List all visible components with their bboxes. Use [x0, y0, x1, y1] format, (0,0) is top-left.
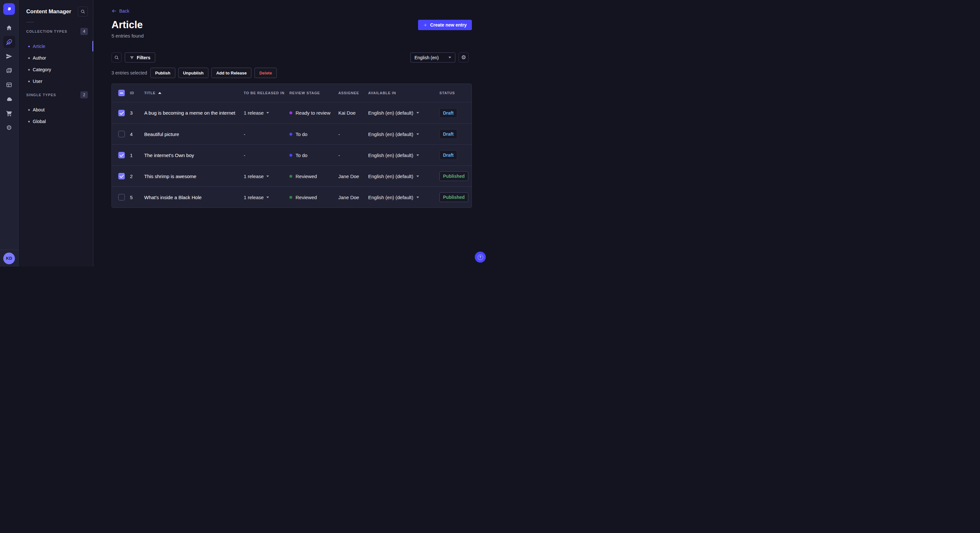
bullet-icon — [28, 69, 30, 71]
main-content: Back Article Create new entry 5 entries … — [93, 0, 490, 208]
table-header: ID TITLE TO BE RELEASED IN REVIEW STAGE … — [112, 84, 471, 102]
column-header-title[interactable]: TITLE — [144, 91, 244, 95]
table-body: 3 A bug is becoming a meme on the intern… — [112, 102, 471, 208]
bullet-icon — [28, 46, 30, 47]
cell-review-stage: To do — [290, 152, 338, 158]
chevron-down-icon — [266, 197, 269, 198]
media-library-images-icon[interactable] — [3, 65, 15, 76]
unpublish-button[interactable]: Unpublish — [178, 68, 209, 78]
filter-icon — [130, 56, 134, 60]
sidebar-item-about[interactable]: About — [19, 104, 93, 116]
collection-types-label: COLLECTION TYPES — [26, 30, 67, 33]
cell-available-in[interactable]: English (en) (default) — [368, 132, 439, 137]
rail-user-area: KD — [0, 250, 18, 266]
main-nav-rail: ⚙ KD — [0, 0, 19, 266]
chevron-down-icon — [417, 154, 419, 156]
locale-select[interactable]: English (en) — [410, 52, 455, 62]
strapi-logo-mark — [6, 6, 12, 12]
gear-glyph: ⚙ — [6, 124, 12, 131]
help-button[interactable]: ? — [475, 252, 486, 263]
cell-to-be-released-in[interactable]: 1 release — [244, 174, 290, 179]
stage-label: Reviewed — [296, 195, 317, 200]
locale-label: English (en) (default) — [368, 110, 413, 116]
subnav-divider — [26, 22, 34, 22]
search-icon — [114, 55, 119, 60]
locale-label: English (en) (default) — [368, 132, 413, 137]
column-header-id[interactable]: ID — [130, 91, 144, 95]
list-search-button[interactable] — [111, 52, 121, 62]
stage-label: Ready to review — [296, 110, 331, 116]
stage-label: Reviewed — [296, 174, 317, 179]
list-toolbar: Filters English (en) ⚙ — [111, 52, 472, 62]
cell-status: Draft — [439, 150, 471, 160]
sidebar-item-label: Article — [33, 44, 45, 49]
cell-available-in[interactable]: English (en) (default) — [368, 195, 439, 200]
select-all-checkbox[interactable] — [118, 90, 125, 96]
table-row[interactable]: 3 A bug is becoming a meme on the intern… — [112, 102, 471, 124]
cell-review-stage: Reviewed — [290, 195, 338, 200]
content-type-builder-layout-icon[interactable] — [3, 79, 15, 90]
marketplace-cart-icon[interactable] — [3, 107, 15, 119]
filters-button[interactable]: Filters — [125, 52, 155, 62]
user-avatar[interactable]: KD — [3, 252, 15, 264]
cell-title: Beautiful picture — [144, 132, 244, 137]
cell-assignee: - — [338, 132, 368, 137]
rail-nav: ⚙ — [3, 22, 15, 133]
single-types-count: 2 — [80, 91, 88, 98]
sidebar-item-author[interactable]: Author — [19, 52, 93, 64]
table-row[interactable]: 4 Beautiful picture - To do - English (e… — [112, 124, 471, 144]
add-to-release-button[interactable]: Add to Release — [211, 68, 251, 78]
question-mark-icon: ? — [478, 254, 483, 260]
column-header-review-stage: REVIEW STAGE — [290, 91, 338, 95]
publish-button[interactable]: Publish — [150, 68, 175, 78]
cell-available-in[interactable]: English (en) (default) — [368, 110, 439, 116]
status-badge: Published — [439, 171, 468, 181]
entries-table: ID TITLE TO BE RELEASED IN REVIEW STAGE … — [111, 84, 472, 208]
sidebar-item-category[interactable]: Category — [19, 64, 93, 75]
create-new-entry-button[interactable]: Create new entry — [418, 20, 472, 30]
chevron-down-icon — [417, 112, 419, 114]
sidebar-item-global[interactable]: Global — [19, 116, 93, 127]
row-checkbox[interactable] — [118, 173, 125, 179]
sort-ascending-icon — [158, 92, 161, 94]
column-header-label: TITLE — [144, 91, 156, 95]
table-row[interactable]: 1 The internet's Own boy - To do - Engli… — [112, 144, 471, 165]
cloud-icon[interactable] — [3, 93, 15, 105]
back-arrow-icon — [111, 8, 117, 14]
releases-paper-plane-icon[interactable] — [3, 50, 15, 62]
selected-count-text: 3 entries selected — [111, 70, 147, 75]
content-manager-feather-icon[interactable] — [3, 36, 15, 48]
settings-gear-icon[interactable]: ⚙ — [3, 121, 15, 133]
table-row[interactable]: 2 This shrimp is awesome 1 release Revie… — [112, 165, 471, 187]
subnav-search-button[interactable] — [78, 6, 88, 16]
list-settings-button[interactable]: ⚙ — [458, 52, 469, 62]
row-checkbox[interactable] — [118, 131, 125, 137]
selection-toolbar: 3 entries selected Publish Unpublish Add… — [111, 68, 472, 78]
row-checkbox[interactable] — [118, 110, 125, 116]
cell-review-stage: To do — [290, 132, 338, 137]
create-button-label: Create new entry — [430, 22, 467, 27]
bullet-icon — [28, 121, 30, 122]
cell-to-be-released-in[interactable]: - — [244, 152, 290, 158]
row-checkbox[interactable] — [118, 194, 125, 200]
delete-button[interactable]: Delete — [255, 68, 277, 78]
table-row[interactable]: 5 What's inside a Black Hole 1 release R… — [112, 187, 471, 208]
sidebar-item-user[interactable]: User — [19, 75, 93, 87]
content-manager-subnav: Content Manager COLLECTION TYPES 4 Artic… — [19, 0, 93, 266]
back-link[interactable]: Back — [111, 8, 129, 14]
home-icon[interactable] — [3, 22, 15, 34]
stage-dot-icon — [290, 154, 292, 157]
strapi-logo[interactable] — [3, 3, 15, 15]
cell-available-in[interactable]: English (en) (default) — [368, 152, 439, 158]
page-title: Article — [111, 19, 143, 31]
row-checkbox[interactable] — [118, 152, 125, 159]
cell-available-in[interactable]: English (en) (default) — [368, 174, 439, 179]
sidebar-item-article[interactable]: Article — [19, 40, 93, 52]
cell-to-be-released-in[interactable]: 1 release — [244, 195, 290, 200]
cell-review-stage: Reviewed — [290, 174, 338, 179]
cell-to-be-released-in[interactable]: 1 release — [244, 110, 290, 116]
cell-assignee: - — [338, 152, 368, 158]
cell-assignee: Jane Doe — [338, 195, 368, 200]
cell-id: 4 — [130, 132, 144, 137]
cell-to-be-released-in[interactable]: - — [244, 132, 290, 137]
